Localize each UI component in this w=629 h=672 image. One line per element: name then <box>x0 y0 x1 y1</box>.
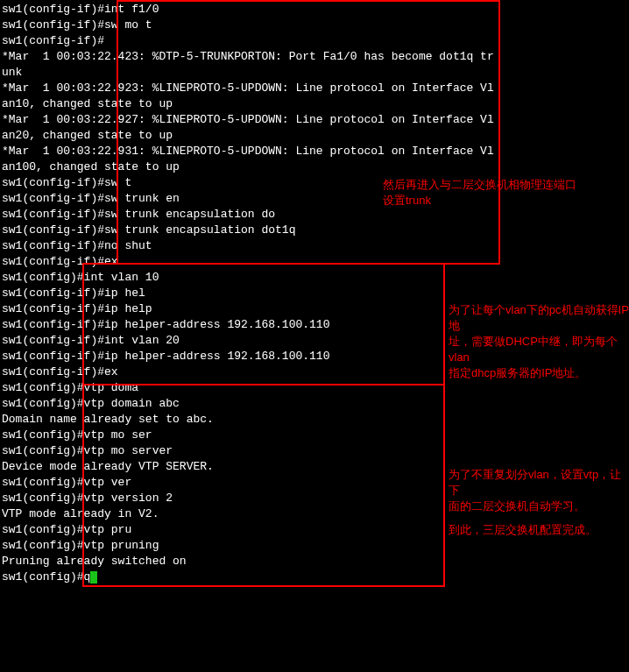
annotation-done: 到此，三层交换机配置完成。 <box>449 522 597 538</box>
terminal-line-cursor[interactable]: sw1(config)#q <box>2 569 629 585</box>
terminal-line: sw1(config)#vtp pruning <box>2 538 629 554</box>
terminal-line: sw1(config)#vtp domain abc <box>2 396 629 412</box>
terminal-line: an100, changed state to up <box>2 159 629 175</box>
terminal-line: sw1(config-if)#ex <box>2 254 629 270</box>
terminal-line: sw1(config-if)#int f1/0 <box>2 2 629 18</box>
terminal-line: sw1(config-if)#sw mo t <box>2 18 629 33</box>
terminal-line: sw1(config)#int vlan 10 <box>2 270 629 286</box>
terminal-line: *Mar 1 00:03:22.423: %DTP-5-TRUNKPORTON:… <box>2 49 629 65</box>
annotation-vtp: 为了不重复划分vlan，设置vtp，让下 面的二层交换机自动学习。 <box>449 467 629 514</box>
terminal-line: sw1(config-if)# <box>2 33 629 49</box>
annotation-trunk: 然后再进入与二层交换机相物理连端口 设置trunk <box>383 177 576 209</box>
terminal-line: an20, changed state to up <box>2 128 629 144</box>
terminal-line: sw1(config)#vtp mo server <box>2 443 629 459</box>
terminal-line: unk <box>2 65 629 81</box>
terminal-line: sw1(config)#vtp doma <box>2 380 629 396</box>
terminal-line: *Mar 1 00:03:22.931: %LINEPROTO-5-UPDOWN… <box>2 144 629 159</box>
annotation-dhcp: 为了让每个vlan下的pc机自动获得IP地 址，需要做DHCP中继，即为每个vl… <box>449 302 629 381</box>
terminal-line: sw1(config-if)#ip hel <box>2 286 629 301</box>
cursor-icon <box>90 571 97 584</box>
terminal-line: sw1(config-if)#sw trunk encapsulation do… <box>2 223 629 238</box>
terminal-line: Pruning already switched on <box>2 554 629 569</box>
terminal-line: *Mar 1 00:03:22.927: %LINEPROTO-5-UPDOWN… <box>2 112 629 128</box>
terminal-line: sw1(config-if)#no shut <box>2 238 629 254</box>
terminal-line: *Mar 1 00:03:22.923: %LINEPROTO-5-UPDOWN… <box>2 81 629 96</box>
terminal-line: Domain name already set to abc. <box>2 412 629 428</box>
terminal-line: sw1(config)#vtp mo ser <box>2 428 629 443</box>
terminal-line: sw1(config-if)#sw trunk encapsulation do <box>2 207 629 223</box>
terminal-line: an10, changed state to up <box>2 96 629 112</box>
